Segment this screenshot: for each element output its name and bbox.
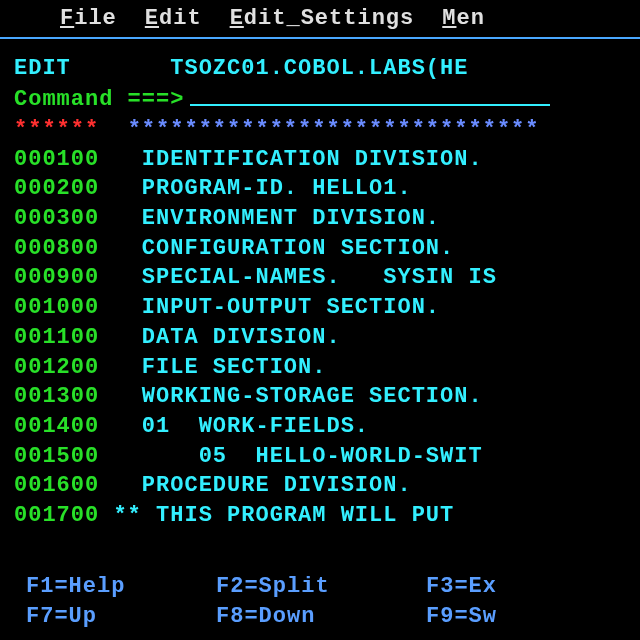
line-text: PROCEDURE DIVISION. xyxy=(142,471,412,501)
line-number: 001200 xyxy=(14,353,99,383)
line-text: ENVIRONMENT DIVISION. xyxy=(142,204,440,234)
code-line[interactable]: 001200 FILE SECTION. xyxy=(0,353,640,383)
code-line[interactable]: 000800 CONFIGURATION SECTION. xyxy=(0,234,640,264)
line-text: 05 HELLO-WORLD-SWIT xyxy=(142,442,483,472)
code-line[interactable]: 001600 PROCEDURE DIVISION. xyxy=(0,471,640,501)
line-text: INPUT-OUTPUT SECTION. xyxy=(142,293,440,323)
code-line[interactable]: 001400 01 WORK-FIELDS. xyxy=(0,412,640,442)
fkey-f9[interactable]: F9=Sw xyxy=(426,602,640,632)
menubar: File Edit Edit_Settings Men xyxy=(0,6,640,31)
code-line[interactable]: 000200 PROGRAM-ID. HELLO1. xyxy=(0,174,640,204)
fkey-f7[interactable]: F7=Up xyxy=(26,602,216,632)
comment-line[interactable]: 001700 ** THIS PROGRAM WILL PUT xyxy=(0,501,640,531)
terminal-screen: File Edit Edit_Settings Men EDIT TSOZC01… xyxy=(0,0,640,640)
code-line[interactable]: 000100 IDENTIFICATION DIVISION. xyxy=(0,145,640,175)
code-line[interactable]: 001100 DATA DIVISION. xyxy=(0,323,640,353)
code-line[interactable]: 001000 INPUT-OUTPUT SECTION. xyxy=(0,293,640,323)
command-line-row: Command ===> xyxy=(0,84,640,115)
line-text: DATA DIVISION. xyxy=(142,323,341,353)
comment-text: THIS PROGRAM WILL PUT xyxy=(156,501,468,531)
command-label: Command ===> xyxy=(14,84,184,115)
fkey-f2[interactable]: F2=Split xyxy=(216,572,426,602)
code-line[interactable]: 000300 ENVIRONMENT DIVISION. xyxy=(0,204,640,234)
line-number: 001300 xyxy=(14,382,99,412)
menu-more[interactable]: Men xyxy=(442,6,485,31)
fkeys-row-1: F1=Help F2=Split F3=Ex xyxy=(0,572,640,602)
top-of-data: ****** ***************************** xyxy=(0,115,640,145)
function-keys: F1=Help F2=Split F3=Ex F7=Up F8=Down F9=… xyxy=(0,572,640,632)
line-text: WORKING-STORAGE SECTION. xyxy=(142,382,483,412)
line-text: 01 WORK-FIELDS. xyxy=(142,412,369,442)
line-number: 001100 xyxy=(14,323,99,353)
line-number: 000200 xyxy=(14,174,99,204)
command-input[interactable] xyxy=(190,84,550,106)
dataset-name: TSOZC01.COBOL.LABS(HE xyxy=(170,53,468,84)
line-text: SPECIAL-NAMES. SYSIN IS xyxy=(142,263,497,293)
line-number: 001600 xyxy=(14,471,99,501)
line-text: CONFIGURATION SECTION. xyxy=(142,234,454,264)
edit-header: EDIT TSOZC01.COBOL.LABS(HE xyxy=(0,53,640,84)
mode-label: EDIT xyxy=(14,53,71,84)
line-number: 000900 xyxy=(14,263,99,293)
top-banner: ***************************** xyxy=(128,115,540,145)
line-number: 001500 xyxy=(14,442,99,472)
line-number: 000800 xyxy=(14,234,99,264)
fkey-f3[interactable]: F3=Ex xyxy=(426,572,640,602)
fkey-f8[interactable]: F8=Down xyxy=(216,602,426,632)
menubar-divider xyxy=(0,37,640,39)
line-number: 001700 xyxy=(14,501,99,531)
line-number: 000300 xyxy=(14,204,99,234)
code-line[interactable]: 001500 05 HELLO-WORLD-SWIT xyxy=(0,442,640,472)
line-number: 001000 xyxy=(14,293,99,323)
line-text: PROGRAM-ID. HELLO1. xyxy=(142,174,412,204)
fkeys-row-2: F7=Up F8=Down F9=Sw xyxy=(0,602,640,632)
menu-edit[interactable]: Edit xyxy=(145,6,202,31)
line-number: 000100 xyxy=(14,145,99,175)
top-stars: ****** xyxy=(14,115,99,145)
menu-file[interactable]: File xyxy=(60,6,117,31)
line-text: IDENTIFICATION DIVISION. xyxy=(142,145,483,175)
comment-marker: ** xyxy=(113,501,141,531)
menu-edit-settings[interactable]: Edit_Settings xyxy=(230,6,415,31)
line-number: 001400 xyxy=(14,412,99,442)
code-line[interactable]: 000900 SPECIAL-NAMES. SYSIN IS xyxy=(0,263,640,293)
fkey-f1[interactable]: F1=Help xyxy=(26,572,216,602)
code-line[interactable]: 001300 WORKING-STORAGE SECTION. xyxy=(0,382,640,412)
line-text: FILE SECTION. xyxy=(142,353,327,383)
